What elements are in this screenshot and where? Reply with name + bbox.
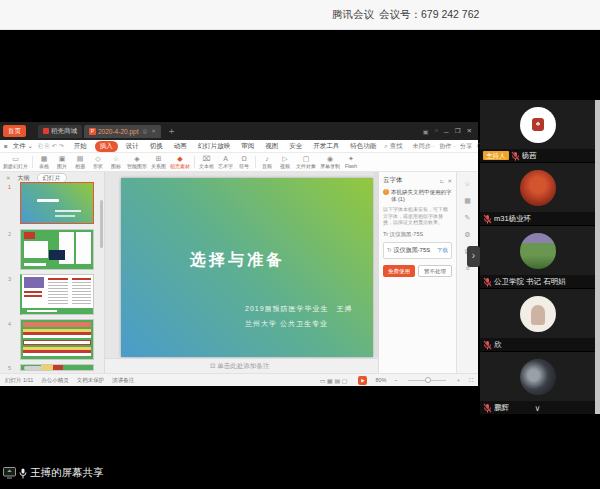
- view-mode-icons[interactable]: ▭ ▦ ▤ ▢: [320, 377, 348, 384]
- file-menu[interactable]: 文件 ⌄: [13, 142, 33, 151]
- zoom-out-icon[interactable]: −: [394, 377, 397, 383]
- pane-primary-button[interactable]: 免费使用: [383, 265, 415, 277]
- slide-subtitle-2: 兰州大学 公共卫生专业: [245, 319, 328, 329]
- slide-thumbnail-1[interactable]: [20, 182, 94, 224]
- ribbon-symbol[interactable]: Ω符号: [237, 155, 251, 169]
- menu-start[interactable]: 开始: [71, 141, 90, 152]
- quick-access-icons[interactable]: ⎗⎘↶↷: [38, 142, 66, 150]
- ppt-file-icon: P: [89, 128, 96, 135]
- menu-features[interactable]: 特色功能: [347, 141, 379, 152]
- edit-icon[interactable]: ✎: [465, 214, 471, 222]
- ribbon-textbox[interactable]: ⌧文本框: [199, 155, 214, 169]
- find-button[interactable]: ⌕ 查找: [384, 142, 402, 151]
- screen-record-icon: ◉: [327, 155, 333, 163]
- ribbon-audio[interactable]: ♪音频: [260, 155, 274, 169]
- slide-thumbnail-3[interactable]: [20, 274, 94, 315]
- menu-transition[interactable]: 切换: [147, 141, 166, 152]
- ribbon-smartart[interactable]: ◈智能图形: [127, 155, 147, 169]
- mic-on-icon: [19, 468, 27, 479]
- participant-tile[interactable]: 公卫学院 书记 石明娟: [480, 226, 595, 288]
- minimize-button[interactable]: ─: [444, 128, 449, 135]
- ribbon-file-object[interactable]: ▢文件对象: [296, 155, 316, 169]
- status-speaker-notes[interactable]: 演讲备注: [112, 377, 134, 384]
- ribbon-shape[interactable]: ◇形状: [91, 155, 105, 169]
- ribbon-album[interactable]: ▤相册: [73, 155, 87, 169]
- audio-icon: ♪: [265, 155, 269, 163]
- maximize-button[interactable]: ❐: [455, 127, 461, 135]
- status-assistant[interactable]: 办公小精灵: [41, 377, 69, 384]
- ribbon-docer-assets[interactable]: ◆稻壳素材: [170, 155, 190, 169]
- participant-tile[interactable]: 鹏辉 ∨: [480, 352, 595, 414]
- favorite-icon[interactable]: ☆: [464, 180, 470, 188]
- panel-scrollbar[interactable]: [100, 200, 103, 248]
- slide-thumbnail-4[interactable]: [20, 319, 94, 360]
- ribbon-wordart[interactable]: A艺术字: [218, 155, 233, 169]
- template-icon[interactable]: ▦: [464, 197, 471, 205]
- new-tab-button[interactable]: ＋: [167, 125, 176, 138]
- participant-label: 主持人 杨茜: [480, 149, 595, 162]
- burger-icon[interactable]: ≡: [4, 143, 8, 150]
- avatar: [520, 170, 556, 206]
- file-object-icon: ▢: [303, 155, 310, 163]
- menu-insert[interactable]: 插入: [95, 141, 118, 152]
- notes-bar[interactable]: ⊡ 单击此处添加备注: [105, 358, 378, 373]
- tab-pin-icon[interactable]: ◎: [142, 128, 147, 134]
- tab-docer-store[interactable]: 稻壳商城: [38, 125, 82, 138]
- video-icon: ▷: [282, 155, 287, 163]
- tab-document-label: 2020-4-20.ppt: [98, 128, 138, 135]
- close-button[interactable]: ✕: [467, 127, 472, 135]
- icons-icon: ☆: [113, 155, 119, 163]
- menu-view[interactable]: 视图: [262, 141, 281, 152]
- zoom-slider-knob[interactable]: [425, 377, 431, 383]
- sync-status[interactable]: 未同步 ·: [413, 142, 435, 151]
- panel-resize-handle[interactable]: [24, 366, 42, 370]
- slide-panel: ✕ 大纲 幻灯片 1 2 3: [0, 172, 105, 373]
- download-link[interactable]: 下载: [437, 247, 448, 254]
- ribbon-icons[interactable]: ☆图标: [109, 155, 123, 169]
- ribbon-video[interactable]: ▷视频: [278, 155, 292, 169]
- skin-icon[interactable]: ▣: [423, 128, 429, 135]
- participants-scrollbar[interactable]: [595, 100, 600, 414]
- tab-document[interactable]: P 2020-4-20.ppt ◎ ✕: [84, 125, 161, 138]
- pane-secondary-button[interactable]: 暂不处理: [418, 265, 452, 277]
- menu-security[interactable]: 安全: [286, 141, 305, 152]
- menu-design[interactable]: 设计: [123, 141, 142, 152]
- tab-close-icon[interactable]: ✕: [151, 128, 156, 134]
- chevron-down-icon[interactable]: ∨: [535, 404, 541, 413]
- pane-close-icon[interactable]: ✕: [447, 178, 452, 184]
- ribbon-picture[interactable]: ▣图片: [55, 155, 69, 169]
- font-suggestion-row[interactable]: Tr 汉仪旗黑-75S 下载: [383, 242, 452, 259]
- collab-button[interactable]: 协作 ·: [439, 142, 455, 151]
- wps-home-button[interactable]: 首页: [3, 125, 26, 137]
- thumb-shape: [24, 277, 44, 288]
- play-slideshow-button[interactable]: ▶: [358, 376, 367, 385]
- participant-tile[interactable]: 欣: [480, 289, 595, 351]
- menu-animation[interactable]: 动画: [171, 141, 190, 152]
- ribbon-new-slide[interactable]: ▭新建幻灯片: [3, 155, 28, 169]
- participant-tile[interactable]: m31杨业环: [480, 163, 595, 225]
- status-protect[interactable]: 文档未保护: [77, 377, 105, 384]
- ribbon-diagram[interactable]: ⊞关系图: [151, 155, 166, 169]
- right-icon-strip: ☆ ▦ ✎ ⚙ ⧉ ≡: [456, 172, 478, 373]
- share-button[interactable]: 分享: [460, 142, 472, 151]
- ribbon-flash[interactable]: ✦Flash: [344, 155, 358, 169]
- zoom-slider[interactable]: [408, 380, 446, 381]
- thumb-shape: [23, 329, 91, 338]
- ribbon-screen-record[interactable]: ◉屏幕录制: [320, 155, 340, 169]
- thumb-shape: [48, 278, 68, 280]
- panel-close-icon[interactable]: ✕: [6, 175, 11, 181]
- participant-tile[interactable]: 主持人 杨茜: [480, 100, 595, 162]
- pane-dock-icon[interactable]: ⊏: [440, 178, 445, 184]
- fullscreen-icon[interactable]: ⛶: [469, 377, 473, 384]
- slide-thumbnail-2[interactable]: [20, 229, 94, 270]
- settings-icon[interactable]: ⚙: [464, 231, 470, 239]
- menu-review[interactable]: 审阅: [238, 141, 257, 152]
- slide-canvas[interactable]: 选择与准备 2019届预防医学毕业生 王搏 兰州大学 公共卫生专业: [121, 178, 373, 357]
- wps-ribbon: ▭新建幻灯片 ▦表格 ▣图片 ▤相册 ◇形状 ☆图标 ◈智能图形 ⊞关系图 ◆稻…: [0, 153, 478, 172]
- zoom-in-icon[interactable]: ＋: [456, 377, 462, 384]
- account-icon[interactable]: ⌾: [435, 128, 439, 135]
- menu-devtools[interactable]: 开发工具: [310, 141, 342, 152]
- menu-slideshow[interactable]: 幻灯片放映: [195, 141, 234, 152]
- ribbon-table[interactable]: ▦表格: [37, 155, 51, 169]
- collapse-video-panel-button[interactable]: ›: [467, 246, 480, 267]
